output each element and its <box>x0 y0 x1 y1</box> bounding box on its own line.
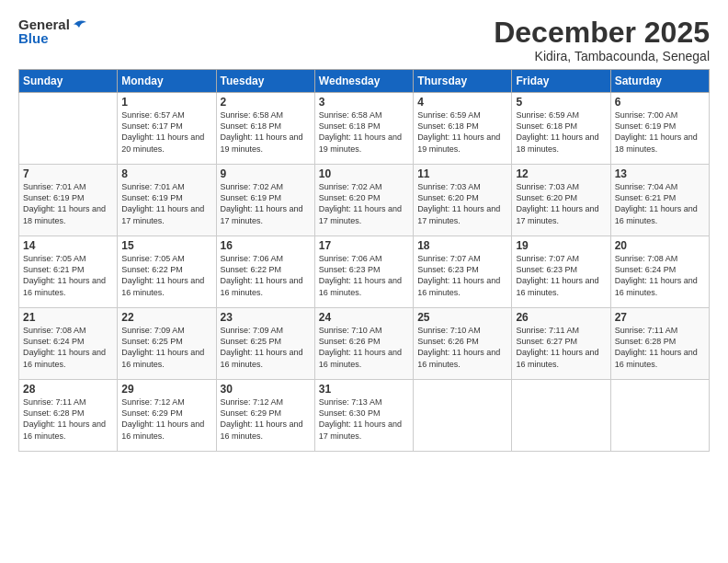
calendar-table: Sunday Monday Tuesday Wednesday Thursday… <box>18 69 710 452</box>
cell-w3-d5: 18Sunrise: 7:07 AMSunset: 6:23 PMDayligh… <box>414 236 512 308</box>
day-number: 31 <box>319 383 409 396</box>
cell-info: Sunrise: 7:06 AMSunset: 6:23 PMDaylight:… <box>319 253 409 298</box>
header-thursday: Thursday <box>414 70 512 93</box>
header-tuesday: Tuesday <box>216 70 314 93</box>
cell-info: Sunrise: 6:58 AMSunset: 6:18 PMDaylight:… <box>221 109 311 155</box>
cell-info: Sunrise: 7:13 AMSunset: 6:30 PMDaylight:… <box>319 396 409 442</box>
day-number: 21 <box>23 311 113 324</box>
cell-w2-d2: 8Sunrise: 7:01 AMSunset: 6:19 PMDaylight… <box>118 165 216 236</box>
day-number: 15 <box>121 239 211 252</box>
day-number: 11 <box>417 167 507 180</box>
logo-swoosh <box>72 18 88 31</box>
day-number: 9 <box>221 167 311 180</box>
cell-w5-d1: 28Sunrise: 7:11 AMSunset: 6:28 PMDayligh… <box>19 380 118 452</box>
cell-info: Sunrise: 7:11 AMSunset: 6:28 PMDaylight:… <box>615 325 705 370</box>
cell-w3-d4: 17Sunrise: 7:06 AMSunset: 6:23 PMDayligh… <box>314 236 413 308</box>
cell-info: Sunrise: 6:59 AMSunset: 6:18 PMDaylight:… <box>417 109 507 155</box>
day-number: 29 <box>121 383 211 396</box>
cell-info: Sunrise: 7:08 AMSunset: 6:24 PMDaylight:… <box>23 325 113 370</box>
cell-info: Sunrise: 7:09 AMSunset: 6:25 PMDaylight:… <box>221 325 311 370</box>
cell-info: Sunrise: 6:58 AMSunset: 6:18 PMDaylight:… <box>319 109 409 155</box>
cell-info: Sunrise: 7:08 AMSunset: 6:24 PMDaylight:… <box>615 253 705 298</box>
header: General Blue December 2025 Kidira, Tamba… <box>18 17 710 63</box>
title-block: December 2025 Kidira, Tambacounda, Seneg… <box>494 17 710 63</box>
cell-info: Sunrise: 7:11 AMSunset: 6:27 PMDaylight:… <box>516 325 606 370</box>
cell-w2-d1: 7Sunrise: 7:01 AMSunset: 6:19 PMDaylight… <box>19 165 118 236</box>
cell-w3-d6: 19Sunrise: 7:07 AMSunset: 6:23 PMDayligh… <box>512 236 610 308</box>
cell-info: Sunrise: 7:12 AMSunset: 6:29 PMDaylight:… <box>221 396 311 442</box>
cell-w1-d3: 2Sunrise: 6:58 AMSunset: 6:18 PMDaylight… <box>216 93 314 165</box>
cell-w4-d1: 21Sunrise: 7:08 AMSunset: 6:24 PMDayligh… <box>19 308 118 380</box>
day-number: 27 <box>615 311 705 324</box>
cell-w5-d5 <box>414 380 512 452</box>
day-number: 22 <box>121 311 211 324</box>
cell-w2-d6: 12Sunrise: 7:03 AMSunset: 6:20 PMDayligh… <box>512 165 610 236</box>
day-number: 7 <box>23 167 113 180</box>
cell-info: Sunrise: 7:09 AMSunset: 6:25 PMDaylight:… <box>121 325 211 370</box>
cell-w5-d3: 30Sunrise: 7:12 AMSunset: 6:29 PMDayligh… <box>216 380 314 452</box>
header-saturday: Saturday <box>610 70 709 93</box>
day-number: 12 <box>516 167 606 180</box>
cell-info: Sunrise: 7:07 AMSunset: 6:23 PMDaylight:… <box>516 253 606 298</box>
week-row-2: 7Sunrise: 7:01 AMSunset: 6:19 PMDaylight… <box>19 165 710 236</box>
day-number: 4 <box>417 96 507 109</box>
header-wednesday: Wednesday <box>314 70 413 93</box>
location-subtitle: Kidira, Tambacounda, Senegal <box>494 49 710 63</box>
day-number: 6 <box>615 96 705 109</box>
cell-w4-d5: 25Sunrise: 7:10 AMSunset: 6:26 PMDayligh… <box>414 308 512 380</box>
logo-blue: Blue <box>18 30 49 46</box>
cell-w4-d7: 27Sunrise: 7:11 AMSunset: 6:28 PMDayligh… <box>610 308 709 380</box>
day-number: 10 <box>319 167 409 180</box>
day-number: 19 <box>516 239 606 252</box>
day-number: 3 <box>319 96 409 109</box>
cell-w4-d4: 24Sunrise: 7:10 AMSunset: 6:26 PMDayligh… <box>314 308 413 380</box>
cell-w1-d7: 6Sunrise: 7:00 AMSunset: 6:19 PMDaylight… <box>610 93 709 165</box>
cell-info: Sunrise: 7:01 AMSunset: 6:19 PMDaylight:… <box>23 181 113 226</box>
day-number: 16 <box>221 239 311 252</box>
day-number: 5 <box>516 96 606 109</box>
cell-w3-d3: 16Sunrise: 7:06 AMSunset: 6:22 PMDayligh… <box>216 236 314 308</box>
cell-info: Sunrise: 7:11 AMSunset: 6:28 PMDaylight:… <box>23 396 113 442</box>
cell-w1-d5: 4Sunrise: 6:59 AMSunset: 6:18 PMDaylight… <box>414 93 512 165</box>
cell-w4-d2: 22Sunrise: 7:09 AMSunset: 6:25 PMDayligh… <box>118 308 216 380</box>
logo: General Blue <box>18 17 88 47</box>
cell-w2-d3: 9Sunrise: 7:02 AMSunset: 6:19 PMDaylight… <box>216 165 314 236</box>
cell-info: Sunrise: 7:03 AMSunset: 6:20 PMDaylight:… <box>417 181 507 226</box>
week-row-1: 1Sunrise: 6:57 AMSunset: 6:17 PMDaylight… <box>19 93 710 165</box>
cell-w3-d7: 20Sunrise: 7:08 AMSunset: 6:24 PMDayligh… <box>610 236 709 308</box>
cell-info: Sunrise: 7:03 AMSunset: 6:20 PMDaylight:… <box>516 181 606 226</box>
cell-info: Sunrise: 7:10 AMSunset: 6:26 PMDaylight:… <box>417 325 507 370</box>
cell-w5-d6 <box>512 380 610 452</box>
cell-w5-d7 <box>610 380 709 452</box>
cell-w4-d6: 26Sunrise: 7:11 AMSunset: 6:27 PMDayligh… <box>512 308 610 380</box>
cell-info: Sunrise: 7:02 AMSunset: 6:20 PMDaylight:… <box>319 181 409 226</box>
cell-w3-d1: 14Sunrise: 7:05 AMSunset: 6:21 PMDayligh… <box>19 236 118 308</box>
day-number: 17 <box>319 239 409 252</box>
cell-w5-d4: 31Sunrise: 7:13 AMSunset: 6:30 PMDayligh… <box>314 380 413 452</box>
cell-info: Sunrise: 7:06 AMSunset: 6:22 PMDaylight:… <box>221 253 311 298</box>
cell-info: Sunrise: 7:05 AMSunset: 6:22 PMDaylight:… <box>121 253 211 298</box>
week-row-4: 21Sunrise: 7:08 AMSunset: 6:24 PMDayligh… <box>19 308 710 380</box>
cell-info: Sunrise: 6:59 AMSunset: 6:18 PMDaylight:… <box>516 109 606 155</box>
header-friday: Friday <box>512 70 610 93</box>
cell-info: Sunrise: 7:04 AMSunset: 6:21 PMDaylight:… <box>615 181 705 226</box>
cell-info: Sunrise: 7:07 AMSunset: 6:23 PMDaylight:… <box>417 253 507 298</box>
cell-w1-d1 <box>19 93 118 165</box>
header-monday: Monday <box>118 70 216 93</box>
day-number: 23 <box>221 311 311 324</box>
day-number: 26 <box>516 311 606 324</box>
day-number: 25 <box>417 311 507 324</box>
day-number: 14 <box>23 239 113 252</box>
week-row-3: 14Sunrise: 7:05 AMSunset: 6:21 PMDayligh… <box>19 236 710 308</box>
day-number: 24 <box>319 311 409 324</box>
cell-w3-d2: 15Sunrise: 7:05 AMSunset: 6:22 PMDayligh… <box>118 236 216 308</box>
cell-w2-d7: 13Sunrise: 7:04 AMSunset: 6:21 PMDayligh… <box>610 165 709 236</box>
month-title: December 2025 <box>494 17 710 49</box>
day-number: 28 <box>23 383 113 396</box>
cell-w1-d2: 1Sunrise: 6:57 AMSunset: 6:17 PMDaylight… <box>118 93 216 165</box>
day-number: 2 <box>221 96 311 109</box>
calendar-page: General Blue December 2025 Kidira, Tamba… <box>0 0 728 563</box>
cell-info: Sunrise: 7:00 AMSunset: 6:19 PMDaylight:… <box>615 109 705 155</box>
week-row-5: 28Sunrise: 7:11 AMSunset: 6:28 PMDayligh… <box>19 380 710 452</box>
cell-info: Sunrise: 7:10 AMSunset: 6:26 PMDaylight:… <box>319 325 409 370</box>
